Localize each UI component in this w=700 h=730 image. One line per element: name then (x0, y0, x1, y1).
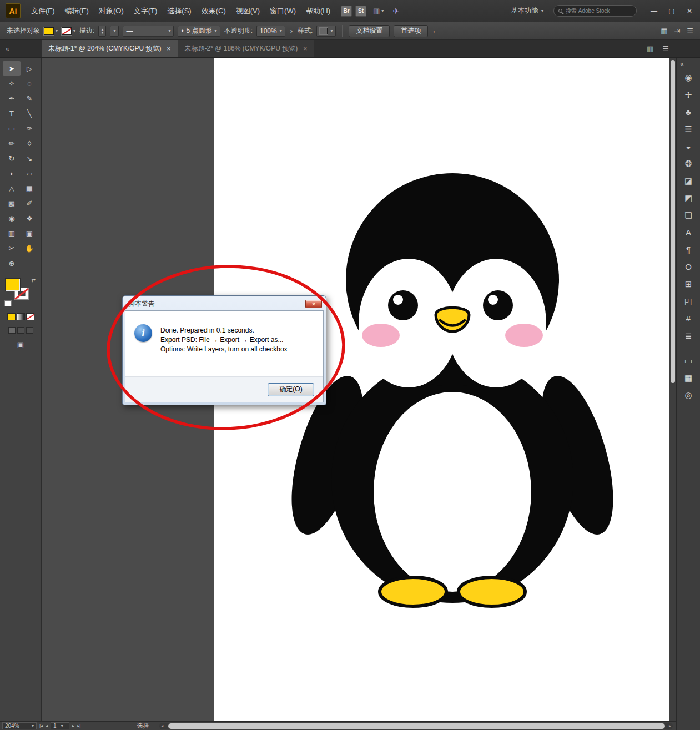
menu-item[interactable]: 效果(C) (197, 1, 231, 22)
search-input[interactable]: 搜索 Adobe Stock (553, 5, 637, 17)
selection-tool[interactable]: ➤ (3, 61, 21, 76)
tab-close-icon[interactable]: × (303, 45, 307, 53)
artboards-panel-icon[interactable]: ▭ (678, 352, 698, 369)
zoom-level-dropdown[interactable]: 204% ▾ (2, 722, 37, 729)
slice-tool[interactable]: ✂ (3, 241, 21, 256)
draw-behind-button[interactable] (17, 327, 24, 334)
fill-swatch[interactable] (6, 279, 20, 291)
menu-item[interactable]: 帮助(H) (301, 1, 335, 22)
hand-tool[interactable]: ✋ (21, 241, 38, 256)
pathfinder-panel-icon[interactable]: ◰ (678, 293, 698, 310)
last-artboard-button[interactable]: ▸| (77, 723, 80, 728)
color-panel-icon[interactable]: ◉ (678, 69, 698, 86)
screen-mode-button[interactable]: ▣ (17, 340, 24, 349)
preferences-button[interactable]: 首选项 (394, 25, 428, 37)
controlbar-icon[interactable]: ▦ (661, 27, 667, 35)
blend-tool[interactable]: ◉ (3, 211, 21, 226)
close-button[interactable]: ✕ (684, 7, 694, 15)
free-transform-tool[interactable]: ▱ (21, 166, 38, 181)
paragraph-panel-icon[interactable]: ¶ (678, 241, 698, 258)
menu-item[interactable]: 窗口(W) (265, 1, 301, 22)
lasso-tool[interactable]: ◌ (21, 76, 38, 91)
opacity-dropdown[interactable]: 100% ▾ (256, 26, 285, 37)
curvature-tool[interactable]: ✎ (21, 91, 38, 106)
swap-fill-stroke-icon[interactable]: ⇄ (31, 278, 36, 283)
document-setup-button[interactable]: 文档设置 (349, 25, 390, 37)
menu-item[interactable]: 文件(F) (26, 1, 60, 22)
controlbar-icon[interactable]: ☰ (687, 27, 693, 35)
line-segment-tool[interactable]: ╲ (21, 106, 38, 121)
type-tool[interactable]: T (3, 106, 21, 121)
tabbar-icon[interactable]: ▥ (647, 44, 653, 53)
share-icon[interactable]: ✈ (392, 7, 399, 16)
color-guide-panel-icon[interactable]: ✢ (678, 86, 698, 103)
mesh-tool[interactable]: ▦ (21, 181, 38, 196)
toolbar-collapse-button[interactable]: « (0, 40, 42, 57)
minimize-button[interactable]: — (649, 7, 659, 15)
shaper-tool[interactable]: ✏ (3, 136, 21, 151)
vertical-scrollbar[interactable] (669, 58, 676, 721)
scroll-right-icon[interactable]: ▸ (667, 723, 673, 728)
controlbar-icon[interactable]: ⇥ (674, 27, 680, 35)
draw-normal-button[interactable] (8, 327, 16, 334)
asset-export-panel-icon[interactable]: ▦ (678, 369, 698, 386)
rotate-tool[interactable]: ↻ (3, 151, 21, 166)
perspective-grid-tool[interactable]: △ (3, 181, 21, 196)
none-button[interactable] (26, 313, 34, 320)
stroke-weight-dropdown[interactable]: ▾ (110, 26, 119, 37)
layers-panel-icon[interactable]: ≣ (678, 327, 698, 344)
previous-artboard-button[interactable]: ◂ (46, 723, 48, 728)
stroke-weight-stepper[interactable]: ▲▼ (98, 26, 106, 37)
menu-item[interactable]: 选择(S) (162, 1, 196, 22)
app-logo[interactable]: Ai (6, 3, 21, 18)
maximize-button[interactable]: ▢ (667, 7, 677, 15)
menu-item[interactable]: 视图(V) (231, 1, 265, 22)
document-tab[interactable]: 未标题-2* @ 186% (CMYK/GPU 预览) × (178, 40, 315, 57)
eraser-tool[interactable]: ◊ (21, 136, 38, 151)
brushes-panel-icon[interactable]: ☰ (678, 120, 698, 138)
draw-inside-button[interactable] (26, 327, 33, 334)
eyedropper-tool[interactable]: ✐ (21, 196, 38, 211)
symbol-sprayer-tool[interactable]: ❖ (21, 211, 38, 226)
rectangle-tool[interactable]: ▭ (3, 121, 21, 136)
tabbar-icon[interactable]: ☰ (662, 44, 669, 53)
libraries-panel-icon[interactable]: ◎ (678, 386, 698, 404)
appearance-panel-icon[interactable]: ◩ (678, 189, 698, 207)
swatches-panel-icon[interactable]: ♣ (678, 103, 698, 120)
stroke-color-dropdown[interactable]: ▾ (62, 27, 75, 35)
transform-panel-icon[interactable]: # (678, 310, 698, 327)
gradient-panel-icon[interactable]: ❂ (678, 155, 698, 172)
pen-tool[interactable]: ✒ (3, 91, 21, 106)
gradient-button[interactable] (17, 313, 25, 320)
menu-item[interactable]: 对象(O) (94, 1, 129, 22)
ok-button[interactable]: 确定(O) (268, 383, 314, 396)
artboard-number-dropdown[interactable]: 1 ▾ (51, 722, 69, 729)
quick-app-button[interactable]: St (355, 6, 366, 17)
dialog-close-button[interactable]: ✕ (305, 300, 322, 308)
next-artboard-button[interactable]: ▸ (72, 723, 74, 728)
width-tool[interactable]: ◗ (3, 166, 21, 181)
horizontal-scrollbar-thumb[interactable] (168, 723, 665, 729)
paintbrush-tool[interactable]: ✑ (21, 121, 38, 136)
arrange-documents-button[interactable]: ▥ ▾ (373, 7, 384, 15)
style-dropdown[interactable]: ▾ (316, 26, 336, 37)
workspace-switcher[interactable]: 基本功能 ▾ (511, 6, 543, 16)
transparency-panel-icon[interactable]: ◪ (678, 172, 698, 189)
vertical-scrollbar-thumb[interactable] (671, 60, 675, 383)
stroke-panel-icon[interactable]: ◒ (678, 138, 698, 155)
align-icon[interactable]: ⌐ (432, 27, 439, 35)
graphic-styles-panel-icon[interactable]: ❏ (678, 207, 698, 224)
gradient-tool[interactable]: ▩ (3, 196, 21, 211)
scroll-left-icon[interactable]: ◂ (159, 723, 165, 728)
document-tab[interactable]: 未标题-1* @ 204% (CMYK/GPU 预览) × (42, 40, 178, 57)
column-graph-tool[interactable]: ▥ (3, 226, 21, 241)
horizontal-scrollbar[interactable]: ◂ ▸ (159, 723, 673, 729)
scale-tool[interactable]: ↘ (21, 151, 38, 166)
default-fill-stroke-icon[interactable] (4, 300, 12, 306)
width-profile-dropdown[interactable]: — ▾ (123, 26, 174, 37)
brush-dropdown[interactable]: • 5 点圆形 ▾ (178, 26, 220, 37)
color-button[interactable] (7, 313, 16, 320)
first-artboard-button[interactable]: |◂ (39, 723, 43, 728)
menu-item[interactable]: 文字(T) (129, 1, 163, 22)
zoom-tool[interactable]: ⊕ (3, 256, 21, 271)
